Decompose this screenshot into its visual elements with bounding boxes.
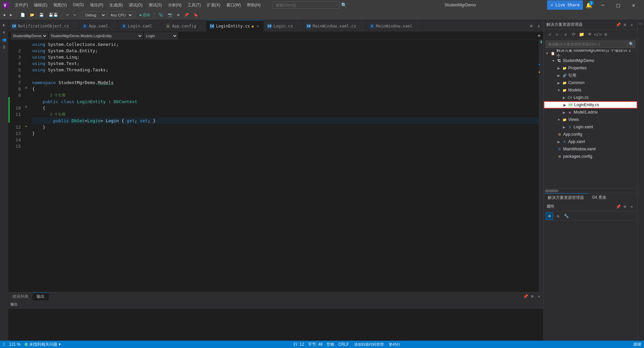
tree-mainwindow-xaml[interactable]: X MainWindow.xaml [544,145,637,153]
close-panel-btn[interactable]: ✕ [629,22,635,28]
right-sidebar-item[interactable]: ⊥ [638,21,644,26]
prop-alpha-btn[interactable]: 𝐀 [554,212,561,220]
pin-panel-btn[interactable]: 📌 [615,22,621,28]
prop-filter-btn[interactable]: 🔧 [562,212,570,220]
server-explorer-icon[interactable]: ◧ [1,21,7,28]
se-forward-btn[interactable]: ▷ [554,30,561,38]
se-search-input[interactable] [546,41,628,48]
pin-btn[interactable]: 📌 [182,12,191,18]
code-editor[interactable]: using System.Collections.Generic; using … [30,40,539,292]
platform-select[interactable]: Any CPU [108,11,133,19]
debug-config-select[interactable]: Debug Release [83,11,106,19]
tree-models[interactable]: ▼ 📁 Models [544,86,637,94]
undo-btn[interactable]: ↩ [65,12,70,18]
tree-loginentity-cs[interactable]: ▶ C# LoginEntity.cs [544,101,637,109]
forward-btn[interactable]: ▶ [8,12,14,18]
se-new-folder-btn[interactable]: 📁 [578,30,585,38]
prop-icon[interactable]: ☰ [1,44,7,50]
tab-app-config[interactable]: ⚙ App.config ✕ [162,20,206,32]
menu-test[interactable]: 测试(S) [146,1,165,9]
save-all-btn[interactable]: 💾💾 [47,12,60,18]
se-code-btn[interactable]: </> [594,30,601,38]
tree-references[interactable]: ▶ 🔗 引用 [544,72,637,79]
pin-output-btn[interactable]: 📌 [523,293,529,299]
namespace-selector[interactable]: StudentMgrDemo.Models.LoginEntity [49,32,143,39]
tree-properties[interactable]: ▶ 📁 Properties [544,64,637,72]
zoom-item[interactable]: 121 % [9,342,20,347]
line-col-item[interactable]: 行: 12 字节: 48 空格 CRLF [293,342,349,347]
se-scrollbar[interactable] [544,188,637,193]
tree-app-config[interactable]: ⚙ App.config [544,131,637,138]
save-btn[interactable]: 💾 [38,12,46,18]
menu-debug[interactable]: 调试(D) [126,1,145,9]
menu-edit[interactable]: 编辑(E) [31,1,50,9]
prop-category-btn[interactable]: ⊞ [546,212,553,220]
format-btn[interactable]: ⚙ [175,12,181,18]
minimize-button[interactable]: ─ [595,0,610,10]
se-sync-btn[interactable]: ⟳ [570,30,577,38]
menu-analyze[interactable]: 分析(N) [165,1,184,9]
pin-props-btn[interactable]: 📌 [615,204,621,210]
se-show-all-btn[interactable]: 👁 [586,30,593,38]
tab-notification[interactable]: C# NotificationObject.cs ✕ [8,20,79,32]
tab-output[interactable]: 输出 [33,292,49,301]
open-btn[interactable]: 📂 [28,12,36,18]
redo-btn[interactable]: ↪ [72,12,77,18]
float-props-btn[interactable]: ⊞ [622,204,628,210]
project-selector[interactable]: StudentMgrDemo [11,32,48,39]
menu-git[interactable]: Git(G) [70,1,87,9]
tab-pin-btn[interactable]: ↕ [535,22,542,29]
mark-btn[interactable]: 🔖 [192,12,200,18]
back-btn[interactable]: ◀ [1,12,7,18]
tab-loginentity[interactable]: C# LoginEntity.cs ● ✕ [206,20,264,32]
attach-btn[interactable]: 📎 [157,12,165,18]
menu-tools[interactable]: 工具(T) [185,1,203,9]
editor-scrollbar[interactable] [539,40,543,292]
tree-views[interactable]: ▼ 📁 Views [544,116,637,123]
se-props-btn[interactable]: ⚙ [602,30,609,38]
se-search-button[interactable]: 🔍 [628,41,635,48]
member-selector[interactable]: Login [144,32,178,39]
se-tab-solution[interactable]: 解决方案资源管理器 [544,193,588,202]
start-btn[interactable]: ▶ 启动 [138,11,152,18]
se-back-btn[interactable]: ◁ [546,30,553,38]
add-file-btn[interactable]: + [537,32,541,39]
tree-login-xaml[interactable]: ▶ X Login.xaml [544,123,637,131]
menu-build[interactable]: 生成(B) [107,1,125,9]
screenshot-btn[interactable]: 📷 [166,12,174,18]
tree-common[interactable]: ▶ 📁 Common [544,79,637,86]
new-file-btn[interactable]: 📄 [19,12,27,18]
tree-model1[interactable]: ▶ ◈ Model1.edmx [544,109,637,116]
float-output-btn[interactable]: ⊞ [529,293,535,299]
tab-mainwindow-xaml[interactable]: X MainWindow.xaml ✕ [366,20,422,32]
tab-login-cs[interactable]: C# Login.cs ✕ [264,20,303,32]
tab-menu-btn[interactable]: ≡ [528,22,535,29]
se-refresh-btn[interactable]: ↺ [562,30,569,38]
menu-extensions[interactable]: 扩展(X) [204,1,223,9]
add-source-btn[interactable]: 添加到源代码管理 [354,342,384,346]
tree-solution-root[interactable]: ▼ 📋 解决方案'StudentMgrDemo'(1 个项目/共 1 个 [544,50,637,57]
menu-file[interactable]: 文件(F) [12,1,31,9]
close-button[interactable]: ✕ [626,0,641,10]
notification-button[interactable]: 🔔 1 [586,2,592,8]
toolbox-icon[interactable]: ⊞ [1,29,7,36]
tab-mainwindow-cs[interactable]: C# MainWindow.xaml.cs ✕ [303,20,366,32]
close-props-btn[interactable]: ✕ [629,204,635,210]
tab-error-list[interactable]: 错误列表 [8,292,33,301]
menu-project[interactable]: 项目(P) [87,1,106,9]
tab-close-btn[interactable]: ✕ [255,24,260,28]
tree-packages-config[interactable]: ⚙ packages.config [544,153,637,160]
live-share-button[interactable]: ⚡ Live Share [547,0,583,10]
tree-app-xaml[interactable]: ▶ X App.xaml [544,138,637,145]
menu-view[interactable]: 视图(V) [51,1,69,9]
git-status-item[interactable]: ⑄ [3,342,5,347]
team-icon[interactable]: 👥 [1,36,7,43]
menu-help[interactable]: 帮助(H) [244,1,263,9]
tab-login-xaml[interactable]: X Login.xaml ✕ [118,20,162,32]
tree-login-cs[interactable]: ▶ C# Login.cs [544,94,637,101]
maximize-button[interactable]: □ [610,0,626,10]
float-panel-btn[interactable]: ⊞ [622,22,628,28]
close-output-btn[interactable]: ✕ [536,293,542,299]
search-input[interactable] [273,1,340,9]
se-tab-git[interactable]: Git 更改 [588,193,610,202]
